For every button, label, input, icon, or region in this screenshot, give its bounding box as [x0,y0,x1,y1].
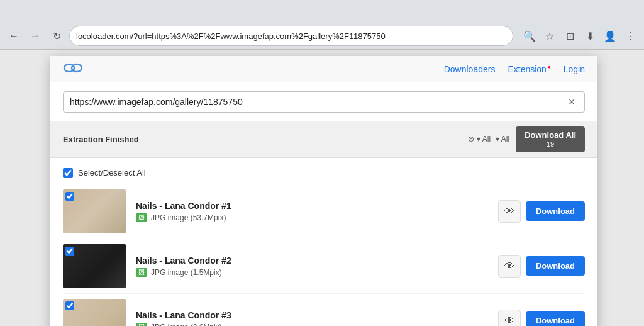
preview-button[interactable]: 👁 [498,255,521,278]
image-type-icon: 🖼 [136,323,147,326]
image-meta: 🖼 JPG image (1.5Mpix) [136,268,488,277]
extraction-status: Extraction Finished [63,135,462,144]
back-button[interactable]: ← [5,27,23,45]
filter-size-label: ▾ All [496,135,509,143]
row-actions: 👁 Download [498,200,585,223]
site-header: Downloaders Extension Login [50,56,597,82]
download-manager-button[interactable]: ⬇ [581,27,599,45]
nav-bar: ← → ↻ locoloader.com/?url=https%3A%2F%2F… [0,23,644,49]
filter-type-label: ▾ All [477,135,491,143]
select-all-label: Select/Deselect All [78,168,146,177]
select-all-row: Select/Deselect All [63,164,585,182]
thumb-wrapper [63,299,126,326]
extensions-icon: ⊡ [566,30,574,42]
image-title: Nails - Lana Condor #2 [136,256,488,266]
forward-icon: → [30,30,40,42]
image-row: Nails - Lana Condor #1 🖼 JPG image (53.7… [63,184,585,239]
image-meta: 🖼 JPG image (53.7Mpix) [136,213,488,222]
reload-button[interactable]: ↻ [48,27,65,45]
image-checkbox[interactable] [65,301,74,310]
search-icon: 🔍 [523,30,536,42]
url-close-button[interactable]: × [565,96,578,108]
site-nav-links: Downloaders Extension Login [444,64,585,74]
image-row: Nails - Lana Condor #2 🖼 JPG image (1.5M… [63,239,585,294]
extension-link[interactable]: Extension [508,64,550,74]
image-type-icon: 🖼 [136,213,147,222]
address-bar[interactable]: locoloader.com/?url=https%3A%2F%2Fwww.im… [69,26,513,46]
image-meta: 🖼 JPG image (2.6Mpix) [136,323,488,326]
image-info: Nails - Lana Condor #1 🖼 JPG image (53.7… [136,201,488,222]
image-checkbox[interactable] [65,192,74,201]
select-all-checkbox[interactable] [63,168,73,178]
url-input-row: https://www.imagefap.com/gallery/1187575… [63,91,585,113]
image-type-icon: 🖼 [136,268,147,277]
image-info: Nails - Lana Condor #2 🖼 JPG image (1.5M… [136,256,488,277]
url-input-section: https://www.imagefap.com/gallery/1187575… [50,82,597,121]
preview-button[interactable]: 👁 [498,200,521,223]
filter-type-button[interactable]: ⊜ ▾ All [468,135,491,143]
image-type-label: JPG image (2.6Mpix) [151,323,222,326]
image-list: Nails - Lana Condor #1 🖼 JPG image (53.7… [63,184,585,326]
extension-popup: Downloaders Extension Login https://www.… [50,56,597,326]
bookmark-button[interactable]: ☆ [541,27,558,45]
star-icon: ☆ [545,30,554,42]
image-title: Nails - Lana Condor #3 [136,310,488,320]
back-icon: ← [9,30,19,42]
preview-button[interactable]: 👁 [498,310,521,326]
download-button[interactable]: Download [526,311,585,326]
browser-toolbar-icons: 🔍 ☆ ⊡ ⬇ 👤 ⋮ [521,27,639,45]
downloaders-link[interactable]: Downloaders [444,64,496,74]
row-actions: 👁 Download [498,310,585,326]
extensions-button[interactable]: ⊡ [561,27,579,45]
download-button[interactable]: Download [526,256,585,276]
eye-icon: 👁 [504,261,514,272]
url-input-value: https://www.imagefap.com/gallery/1187575… [70,97,565,107]
browser-chrome: ← → ↻ locoloader.com/?url=https%3A%2F%2F… [0,0,644,50]
reload-icon: ↻ [53,30,61,42]
image-checkbox[interactable] [65,247,74,256]
svg-point-1 [72,64,82,72]
image-title: Nails - Lana Condor #1 [136,201,488,211]
download-button[interactable]: Download [526,201,585,221]
filter-icon: ⊜ [468,135,474,143]
profile-icon: 👤 [604,30,616,42]
profile-button[interactable]: 👤 [601,27,619,45]
eye-icon: 👁 [504,315,514,326]
menu-icon: ⋮ [625,30,635,42]
content-area: Select/Deselect All Nails - Lana Condor … [50,158,597,326]
thumb-wrapper [63,189,126,233]
toolbar: Extraction Finished ⊜ ▾ All ▾ All Downlo… [50,121,597,158]
tab-bar [0,0,644,23]
row-actions: 👁 Download [498,255,585,278]
download-all-count: 19 [547,140,554,149]
menu-button[interactable]: ⋮ [621,27,639,45]
image-type-label: JPG image (53.7Mpix) [151,213,226,222]
eye-icon: 👁 [504,206,514,217]
address-bar-text: locoloader.com/?url=https%3A%2F%2Fwww.im… [76,31,506,41]
thumb-wrapper [63,244,126,288]
site-logo [63,61,83,77]
search-button[interactable]: 🔍 [521,27,538,45]
image-row: Nails - Lana Condor #3 🖼 JPG image (2.6M… [63,294,585,326]
login-link[interactable]: Login [564,64,585,74]
image-info: Nails - Lana Condor #3 🖼 JPG image (2.6M… [136,310,488,326]
download-all-button[interactable]: Download All 19 [516,126,585,152]
forward-button[interactable]: → [26,27,44,45]
download-icon: ⬇ [586,30,594,42]
filter-size-button[interactable]: ▾ All [496,135,509,143]
filter-group: ⊜ ▾ All ▾ All [468,135,509,143]
download-all-label: Download All [525,130,576,140]
image-type-label: JPG image (1.5Mpix) [151,268,222,277]
